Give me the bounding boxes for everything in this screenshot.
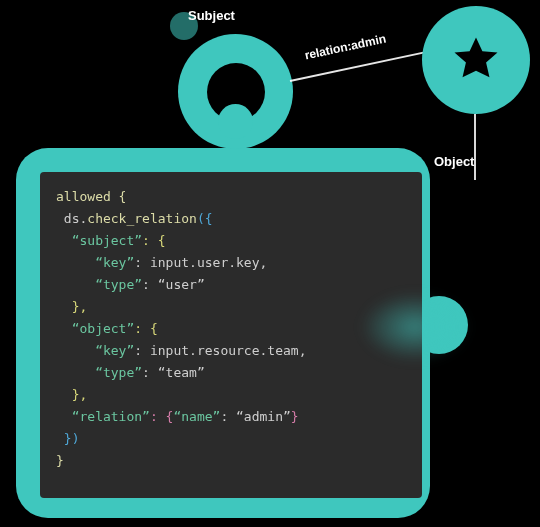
code-token: : — [220, 409, 236, 424]
code-token: : — [134, 343, 150, 358]
relation-edge-label: relation:admin — [303, 32, 387, 63]
code-indent — [56, 321, 72, 336]
code-token: ds — [56, 211, 79, 226]
code-token: input.user.key — [150, 255, 260, 270]
code-token: } — [56, 453, 64, 468]
code-token: “key” — [95, 343, 134, 358]
object-node — [422, 6, 530, 114]
code-indent — [56, 343, 95, 358]
code-token: : — [134, 255, 150, 270]
code-token: , — [260, 255, 268, 270]
code-token: } — [291, 409, 299, 424]
code-token: “subject” — [72, 233, 142, 248]
object-label: Object — [434, 154, 474, 169]
code-indent — [56, 233, 72, 248]
code-token: : { — [142, 233, 165, 248]
code-token: , — [299, 343, 307, 358]
code-token: : { — [150, 409, 173, 424]
object-to-panel-link — [474, 114, 476, 180]
code-token: }, — [56, 299, 87, 314]
code-indent — [56, 255, 95, 270]
code-token: “user” — [158, 277, 205, 292]
code-token: : — [142, 365, 158, 380]
star-icon-svg — [450, 32, 502, 84]
code-token: allowed { — [56, 189, 126, 204]
code-token: : — [142, 277, 158, 292]
diagram-stage: allowed { ds.check_relation({ “subject”:… — [0, 0, 540, 527]
code-token: : { — [134, 321, 157, 336]
star-icon — [450, 32, 502, 88]
code-token: “type” — [95, 365, 142, 380]
code-token: “key” — [95, 255, 134, 270]
code-indent — [56, 365, 95, 380]
code-indent — [56, 409, 72, 424]
code-editor: allowed { ds.check_relation({ “subject”:… — [40, 172, 422, 498]
code-token: “name” — [173, 409, 220, 424]
code-token: ({ — [197, 211, 213, 226]
code-token: “team” — [158, 365, 205, 380]
code-token: input.resource.team — [150, 343, 299, 358]
code-token: “object” — [72, 321, 135, 336]
code-indent — [56, 277, 95, 292]
code-token: “type” — [95, 277, 142, 292]
subject-label: Subject — [188, 8, 235, 23]
code-token: }, — [56, 387, 87, 402]
code-token: check_relation — [87, 211, 197, 226]
code-token: “relation” — [72, 409, 150, 424]
code-token: “admin” — [236, 409, 291, 424]
subject-node-center — [218, 104, 253, 139]
code-token: }) — [56, 431, 79, 446]
